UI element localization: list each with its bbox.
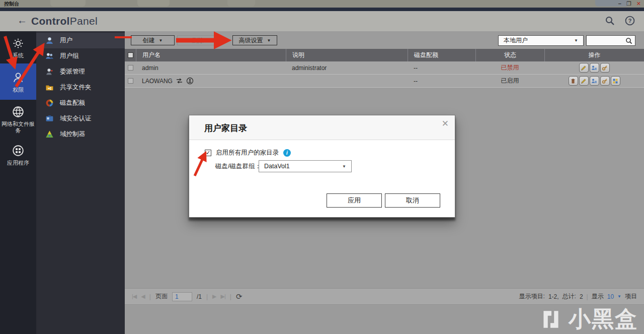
status-band [125, 305, 644, 334]
table-row[interactable]: admin administrator -- 已禁用 [125, 61, 644, 75]
chevron-down-icon: ▼ [342, 164, 346, 169]
advanced-settings-button[interactable]: 高级设置 ▼ [232, 35, 277, 45]
search-icon[interactable] [605, 16, 615, 26]
change-password-icon [602, 78, 608, 84]
delete-user-button[interactable] [569, 76, 578, 86]
column-header-username[interactable]: 用户名 [136, 49, 286, 61]
sidebar-item-delegated-administration[interactable]: 委派管理 [36, 64, 125, 80]
column-header-description[interactable]: 说明 [286, 49, 408, 61]
enable-home-folder-label: 启用所有用户的家目录 [216, 149, 279, 157]
domain-security-icon [45, 114, 54, 123]
refresh-icon[interactable]: ⟳ [236, 292, 243, 301]
sidebar-item-domain-controller[interactable]: 域控制器 [36, 126, 125, 142]
sidebar-item-system[interactable]: 系统 [0, 31, 36, 63]
sidebar-item-privilege[interactable]: 权限 [0, 63, 36, 100]
page-title: ControlPanel [31, 15, 98, 27]
user-type-filter-select[interactable]: 本地用户 ▼ [498, 35, 584, 46]
last-page-icon[interactable]: ▶| [221, 293, 225, 300]
description-cell: administrator [286, 61, 408, 74]
info-icon[interactable]: i [283, 149, 291, 157]
app-header: ← ControlPanel ? [0, 11, 644, 31]
sidebar-item-quota[interactable]: 磁盘配额 [36, 95, 125, 111]
table-row[interactable]: LAOWANG -- 已启用 [125, 75, 644, 88]
back-arrow-icon[interactable]: ← [17, 15, 27, 26]
maximize-button[interactable]: ❐ [626, 0, 631, 8]
search-input[interactable] [587, 37, 625, 44]
page-total: /1 [197, 293, 202, 300]
svg-text:?: ? [628, 18, 632, 24]
items-label: 显示项目: [519, 292, 545, 301]
toolbar: 创建 ▼ 删除 高级设置 ▼ 本地用户 ▼ [125, 31, 644, 49]
app-privilege-icon [612, 78, 618, 84]
shared-folder-icon [45, 83, 54, 92]
status-badge: 已禁用 [475, 61, 544, 74]
enable-home-folder-row: ✓ 启用所有用户的家目录 i [205, 149, 291, 157]
show-label: 显示 [592, 292, 604, 301]
create-button[interactable]: 创建 ▼ [131, 35, 175, 45]
column-header-status[interactable]: 状态 [475, 49, 544, 61]
apply-button[interactable]: 应用 [327, 193, 382, 208]
total-value: 2 [580, 293, 583, 300]
secondary-sidebar: 用户 用户组 委派管理 共享文件夹 磁盘配额 [36, 31, 125, 334]
close-button[interactable]: ✕ [636, 0, 641, 8]
user-group-icon [45, 52, 54, 60]
help-icon[interactable]: ? [625, 16, 635, 26]
search-box [586, 35, 635, 46]
description-cell [286, 75, 408, 87]
change-password-button[interactable] [600, 76, 610, 86]
minimize-button[interactable]: – [618, 0, 621, 8]
sidebar-item-user-groups[interactable]: 用户组 [36, 48, 125, 64]
sidebar-item-domain-security[interactable]: 域安全认证 [36, 111, 125, 126]
volume-select[interactable]: DataVol1 ▼ [259, 160, 352, 172]
chevron-down-icon: ▼ [574, 38, 578, 43]
page-label: 页面 [155, 292, 168, 301]
profile-badge-icon [186, 77, 194, 85]
folder-permission-button[interactable] [590, 63, 599, 73]
user-icon [45, 36, 54, 45]
chevron-down-icon: ▼ [267, 38, 271, 43]
sidebar-item-shared-folders[interactable]: 共享文件夹 [36, 80, 125, 95]
background-window-tab [50, 0, 86, 7]
window-title: 控制台 [4, 1, 19, 8]
folder-permission-button[interactable] [590, 76, 599, 86]
delete-icon [570, 78, 576, 84]
total-label: 总计: [562, 292, 576, 301]
pagination-bar: |◀ ◀ | 页面 /1 | ▶ ▶| | ⟳ 显示项目: 1-2, 总计: 2… [125, 288, 644, 305]
prev-page-icon[interactable]: ◀ [141, 293, 144, 300]
select-all-checkbox[interactable] [128, 52, 133, 58]
edit-user-button[interactable] [579, 76, 589, 86]
column-header-action[interactable]: 操作 [544, 49, 644, 61]
edit-user-button[interactable] [579, 63, 589, 73]
next-page-icon[interactable]: ▶ [212, 293, 216, 300]
chevron-down-icon: ▼ [159, 38, 163, 43]
folder-permission-icon [591, 65, 597, 71]
delegate-admin-icon [45, 68, 54, 76]
folder-permission-icon [591, 78, 597, 84]
sidebar-item-network-file-services[interactable]: 网络和文件服务 [0, 100, 36, 139]
cancel-button[interactable]: 取消 [385, 193, 440, 208]
column-header-quota[interactable]: 磁盘配额 [408, 49, 475, 61]
row-checkbox[interactable] [128, 65, 133, 71]
dialog-header: 用户家目录 ✕ [189, 115, 455, 140]
apps-circle-icon [12, 144, 25, 157]
change-password-button[interactable] [600, 63, 610, 73]
user-home-folder-dialog: 用户家目录 ✕ ✓ 启用所有用户的家目录 i 磁盘/磁盘群组： DataVol1… [189, 115, 455, 218]
sidebar-item-users[interactable]: 用户 [36, 33, 125, 48]
chevron-down-icon[interactable]: ▼ [617, 294, 621, 299]
first-page-icon[interactable]: |◀ [132, 293, 136, 300]
page-size-value[interactable]: 10 [607, 293, 614, 300]
domain-controller-icon [45, 130, 54, 139]
os-titlebar: 控制台 – ❐ ✕ [0, 0, 644, 8]
user-outline-icon [12, 71, 25, 84]
primary-sidebar: 系统 权限 网络和文件服务 应用程序 [0, 31, 36, 334]
enable-home-folder-checkbox[interactable]: ✓ [205, 150, 211, 156]
unit-label: 项目 [625, 292, 637, 301]
close-icon[interactable]: ✕ [442, 118, 449, 129]
edit-icon [581, 65, 587, 71]
page-number-input[interactable] [172, 292, 192, 301]
sidebar-item-applications[interactable]: 应用程序 [0, 139, 36, 171]
row-checkbox[interactable] [128, 78, 133, 84]
app-privilege-button[interactable] [611, 76, 620, 86]
table-header-row: 用户名 说明 磁盘配额 状态 操作 [125, 49, 644, 61]
search-icon[interactable] [625, 37, 632, 44]
